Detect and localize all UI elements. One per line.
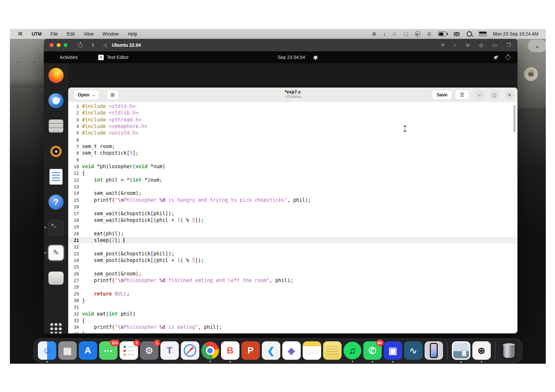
- resize-window-icon[interactable]: ↕: [452, 42, 458, 48]
- code-line[interactable]: 22: [68, 244, 517, 250]
- menubar-item-help[interactable]: Help: [128, 31, 137, 37]
- maximize-button[interactable]: ▢: [490, 90, 499, 99]
- ubuntu-dock-disk-utility[interactable]: [47, 295, 65, 312]
- utm-titlebar[interactable]: ‖◁ Ubuntu 22.04 ✳↕Ψ◎▭❐: [44, 39, 517, 51]
- topbar-clock[interactable]: Sep 23 04:54: [278, 55, 318, 60]
- apple-menu-icon[interactable]: ⌘: [18, 31, 23, 37]
- save-button[interactable]: Save: [432, 90, 452, 100]
- zoom-traffic-light[interactable]: [64, 43, 68, 47]
- dock-chatgpt[interactable]: ⊛: [472, 341, 491, 360]
- dock-trash[interactable]: [500, 341, 518, 360]
- code-line[interactable]: 15 printf("\nPhilosopher %d is hungry an…: [68, 197, 517, 203]
- back-arrow-icon[interactable]: ←: [16, 58, 21, 65]
- code-line[interactable]: 27 printf("\nPhilosopher %d finished eat…: [68, 277, 517, 284]
- dock-launchpad[interactable]: ▦: [58, 341, 77, 360]
- control-center-icon[interactable]: [479, 32, 487, 36]
- code-line[interactable]: 14 sem_wait(&room);: [68, 190, 517, 196]
- activities-button[interactable]: Activities: [60, 55, 78, 60]
- spotlight-icon[interactable]: [467, 31, 472, 37]
- send-key-icon[interactable]: ◁: [103, 42, 107, 48]
- ubuntu-dock-help[interactable]: ?: [47, 193, 65, 211]
- topbar-system-icons[interactable]: [494, 55, 510, 60]
- dock-whatsapp[interactable]: ✆60: [363, 341, 382, 360]
- dock-reminders[interactable]: 3: [120, 341, 138, 360]
- dock-finder[interactable]: ☺: [38, 341, 56, 360]
- code-line[interactable]: 19: [68, 223, 517, 230]
- dock-stickies[interactable]: [323, 341, 342, 360]
- vertical-scrollbar[interactable]: [513, 105, 515, 132]
- menubar-item-view[interactable]: View: [84, 31, 94, 37]
- dock-notes[interactable]: [303, 341, 321, 360]
- dock-system-settings[interactable]: ⚙1: [140, 341, 158, 360]
- code-line[interactable]: 7sem_t room;: [68, 143, 517, 150]
- code-line[interactable]: 8sem_t chopstick[5];: [68, 150, 517, 156]
- chatgpt-status-icon[interactable]: ⊛: [372, 31, 376, 37]
- close-button[interactable]: ✕: [505, 90, 514, 99]
- stage-manager-icon[interactable]: ❑: [403, 31, 408, 37]
- code-line[interactable]: 4#include <semaphore.h>: [68, 123, 517, 130]
- play-circle-icon[interactable]: ▶: [415, 31, 420, 37]
- code-line[interactable]: 34 printf("\nPhilosopher %d is eating", …: [68, 324, 517, 330]
- open-button[interactable]: Open ⌄: [73, 90, 99, 100]
- wifi-icon[interactable]: [454, 32, 460, 36]
- code-line[interactable]: 3#include <pthread.h>: [68, 117, 517, 123]
- code-line[interactable]: 28: [68, 284, 517, 290]
- code-line[interactable]: 29 return NULL;: [68, 291, 517, 297]
- pause-icon[interactable]: ‖: [92, 42, 94, 48]
- dock-utm[interactable]: ◈: [282, 341, 301, 360]
- shared-folder-icon[interactable]: ▭: [492, 42, 497, 48]
- code-area[interactable]: 1#include <stdio.h>2#include <stdlib.h>3…: [68, 102, 517, 333]
- battery-icon[interactable]: [438, 32, 447, 36]
- usb-icon[interactable]: Ψ: [466, 42, 470, 48]
- menubar-app-name[interactable]: UTM: [32, 31, 42, 37]
- code-line[interactable]: 13: [68, 183, 517, 190]
- code-line[interactable]: 11{: [68, 170, 517, 176]
- dock-spotify[interactable]: ♫: [344, 342, 361, 359]
- ubuntu-dock-app-grid[interactable]: [47, 320, 65, 333]
- code-line[interactable]: 18 sem_wait(&chopstick[(phil + 1) % 5]);: [68, 217, 517, 223]
- dock-microsoft-teams[interactable]: T: [160, 341, 179, 360]
- code-line[interactable]: 6: [68, 137, 517, 143]
- code-line[interactable]: 25: [68, 264, 517, 270]
- topbar-app-menu[interactable]: ✎ Text Editor: [98, 55, 128, 60]
- code-line[interactable]: 16: [68, 203, 517, 210]
- capture-cursor-icon[interactable]: ✳: [441, 42, 445, 48]
- code-line[interactable]: 12 int phil = *(int *)num;: [68, 177, 517, 183]
- ubuntu-dock-text-editor[interactable]: ✎: [47, 244, 65, 262]
- code-line[interactable]: 21 sleep(2);: [68, 237, 517, 244]
- code-line[interactable]: 23 sem_post(&chopstick[phil]);: [68, 250, 517, 257]
- ubuntu-dock-files[interactable]: [47, 117, 65, 135]
- code-line[interactable]: 17 sem_wait(&chopstick[phil]);: [68, 210, 517, 217]
- code-line[interactable]: 26 sem_post(&room);: [68, 271, 517, 277]
- code-line[interactable]: 9: [68, 157, 517, 163]
- dock-mysql-workbench[interactable]: ∿: [404, 341, 423, 360]
- code-line[interactable]: 35}: [68, 331, 517, 333]
- ubuntu-dock-libreoffice[interactable]: [47, 168, 65, 186]
- dock-safari[interactable]: [181, 341, 199, 360]
- forward-arrow-icon[interactable]: →: [31, 58, 37, 65]
- dock-concentric-squares-app[interactable]: ▣: [384, 341, 402, 360]
- ubuntu-dock-software[interactable]: [47, 269, 65, 287]
- menubar-item-edit[interactable]: Edit: [67, 31, 75, 37]
- new-tab-button[interactable]: ⊞: [106, 90, 119, 100]
- main-menu-button[interactable]: ☰: [455, 90, 469, 100]
- minimize-traffic-light[interactable]: [57, 43, 61, 47]
- pen-disabled-icon[interactable]: ⊘: [393, 31, 397, 37]
- external-display-icon[interactable]: ❐: [507, 42, 511, 48]
- ubuntu-dock-terminal[interactable]: >_: [47, 219, 65, 236]
- collapse-chevron-button[interactable]: ⌄: [528, 39, 546, 52]
- close-traffic-light[interactable]: [50, 43, 54, 47]
- code-line[interactable]: 20 eat(phil);: [68, 230, 517, 237]
- code-line[interactable]: 5#include <unistd.h>: [68, 130, 517, 136]
- dock-vscode[interactable]: ❮: [262, 341, 280, 360]
- power-icon[interactable]: [78, 43, 83, 47]
- dock-messages[interactable]: ⋯113: [99, 341, 118, 360]
- code-line[interactable]: 32void eat(int phil): [68, 311, 517, 317]
- dock-powerpoint[interactable]: P: [241, 341, 260, 360]
- dock-google-chrome[interactable]: [201, 342, 219, 359]
- dock-iphone-mirroring[interactable]: [425, 341, 443, 360]
- code-line[interactable]: 1#include <stdio.h>: [68, 103, 517, 110]
- dock-brave[interactable]: B: [221, 341, 239, 360]
- menubar-clock[interactable]: Mon 23 Sep 10:24 AM: [493, 31, 546, 37]
- ubuntu-dock-thunderbird[interactable]: [47, 92, 65, 110]
